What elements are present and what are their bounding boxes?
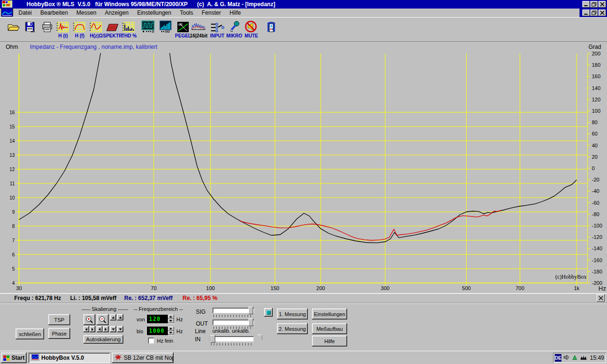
open-folder-tool-button[interactable]	[4, 20, 23, 33]
menu-tools[interactable]: Tools	[175, 9, 197, 17]
autoskalierung-label: Autoskalierung	[86, 337, 121, 342]
sig-slider-thumb[interactable]	[248, 307, 253, 314]
schliessen-button[interactable]: schließen	[16, 328, 44, 339]
scroll-right-button-2[interactable]	[103, 326, 109, 332]
svg-text:20: 20	[592, 154, 598, 160]
zoom-out-icon	[99, 316, 107, 324]
messung2-button[interactable]: 2. Messung	[277, 323, 308, 334]
mikro-tool-button[interactable]: MIKRO	[225, 20, 244, 38]
clock[interactable]: 15:49	[590, 355, 604, 361]
task-button-2[interactable]: SB 12er CB mit Noppe IR...	[112, 353, 174, 363]
input-tool-button[interactable]: INPUT	[208, 20, 227, 38]
svg-text:10: 10	[9, 195, 15, 200]
mute-tool-button[interactable]: MUTE	[242, 20, 261, 38]
out-slider[interactable]	[212, 319, 254, 325]
messung1-button[interactable]: 1. Messung	[277, 309, 308, 319]
svg-text:300: 300	[381, 285, 389, 291]
language-indicator[interactable]: DE	[555, 354, 561, 362]
ht-tool-button[interactable]: H (t)	[54, 20, 73, 38]
tray-utility-icon[interactable]	[571, 354, 578, 362]
scroll-right-button-1[interactable]	[90, 326, 95, 332]
hz-fein-checkbox[interactable]	[148, 337, 154, 344]
menu-hilfe[interactable]: Hilfe	[225, 9, 245, 17]
taskbar: Start HobbyBox V.5.0SB 12er CB mit Noppe…	[0, 351, 607, 364]
spektr-tool-button[interactable]: SPEKTR.	[103, 20, 122, 38]
bis-frequency-input[interactable]: 1000	[147, 327, 168, 335]
messaufbau-label: Meßaufbau	[316, 326, 343, 332]
impedanz-messung-2-rot	[239, 210, 501, 240]
von-spin-down-button[interactable]	[168, 319, 174, 323]
save-icon	[20, 20, 39, 33]
thd-tool-button[interactable]: THD %	[120, 20, 138, 38]
svg-text:60: 60	[592, 131, 598, 136]
exit-tool-button[interactable]	[262, 20, 281, 33]
bars-tool-button[interactable]	[156, 20, 175, 33]
menu-anzeigen[interactable]: Anzeigen	[101, 9, 133, 17]
scroll-left-button-2[interactable]	[97, 326, 102, 332]
bis-spin-down-button[interactable]	[168, 331, 174, 335]
scroll-down-button-1[interactable]	[110, 326, 116, 332]
minimize-button[interactable]	[582, 1, 590, 8]
mdi-minimize-button[interactable]	[582, 9, 590, 16]
menu-messen[interactable]: Messen	[72, 9, 101, 17]
zoom-in-icon	[85, 316, 93, 324]
titlebar: HobbyBox ® MLS V.5.0 für Windows 95/98/M…	[0, 0, 607, 9]
scroll-down-button-2[interactable]	[117, 326, 123, 332]
line-in-slider-thumb[interactable]	[211, 335, 215, 343]
hilfe-button[interactable]: Hilfe	[312, 336, 347, 346]
statusbar-close-button[interactable]	[597, 294, 605, 302]
svg-text:4: 4	[12, 281, 15, 286]
save-tool-button[interactable]	[20, 20, 39, 33]
close-button[interactable]	[598, 1, 606, 8]
impedance-plot: 1615141312111098765420018016014012010080…	[0, 42, 607, 294]
scroll-left-button-1[interactable]	[83, 326, 89, 332]
svg-text:180: 180	[592, 62, 600, 68]
hobbybox-task-icon	[31, 354, 39, 362]
statusbar: Frequ : 621,78 HzLi. : 105,58 mVeffRe. :…	[0, 293, 607, 303]
hf-tool-button[interactable]: H (f)	[70, 20, 89, 38]
zoom-in-button[interactable]	[83, 314, 95, 325]
down-arrow-icon	[119, 328, 122, 330]
task-button-1[interactable]: HobbyBox V.5.0	[28, 353, 110, 363]
menu-fenster[interactable]: Fenster	[197, 9, 225, 17]
svg-text:40: 40	[592, 143, 598, 148]
menu-bearbeiten[interactable]: Bearbeiten	[36, 9, 72, 17]
menu-datei[interactable]: Datei	[14, 9, 36, 17]
phase-button[interactable]: Phase	[48, 328, 70, 339]
status-led-button[interactable]	[264, 308, 273, 317]
scroll-up-button-1[interactable]	[110, 314, 116, 320]
mdi-close-button[interactable]	[598, 9, 606, 16]
out-slider-thumb[interactable]	[248, 318, 253, 326]
volume-icon[interactable]	[563, 354, 570, 362]
svg-text:-180: -180	[592, 269, 602, 274]
start-button[interactable]: Start	[1, 353, 27, 363]
thd-icon	[120, 20, 138, 33]
messaufbau-button[interactable]: Meßaufbau	[312, 323, 347, 334]
scroll-up-button-2[interactable]	[117, 314, 123, 320]
von-spin-up-button[interactable]	[168, 315, 174, 319]
y-axis-right-labels: 200180160140120100806040200-20-40-60-80-…	[592, 51, 602, 286]
y-axis-left-labels: 16151413121110987654	[9, 110, 15, 286]
restore-button[interactable]	[590, 1, 598, 8]
von-frequency-input[interactable]: 120	[147, 315, 168, 323]
zoom-out-button[interactable]	[97, 314, 109, 325]
tsp-button[interactable]: TSP	[48, 314, 70, 325]
schliessen-label: schließen	[18, 331, 41, 337]
bis-spin-up-button[interactable]	[168, 327, 174, 331]
svg-text:30: 30	[16, 285, 22, 291]
einstellungen-button[interactable]: Einstellungen	[312, 309, 347, 319]
mdi-restore-button[interactable]	[590, 9, 598, 16]
autoskalierung-button[interactable]: Autoskalierung	[83, 335, 123, 344]
menu-einstellungen[interactable]: Einstellungen	[133, 9, 175, 17]
line-in-slider[interactable]	[210, 336, 254, 342]
impedanz-document-icon[interactable]	[1, 9, 13, 18]
bit-icon	[189, 20, 208, 33]
svg-text:-160: -160	[592, 257, 602, 263]
left-arrow-icon	[85, 328, 87, 331]
bit-tool-button[interactable]: 16|24bit	[189, 20, 208, 38]
sig-slider[interactable]	[212, 308, 254, 313]
scope-tool-button[interactable]	[138, 20, 157, 33]
tray-device-icon[interactable]	[579, 354, 588, 362]
svg-text:5: 5	[12, 266, 15, 272]
task-label: SB 12er CB mit Noppe IR...	[124, 355, 174, 361]
